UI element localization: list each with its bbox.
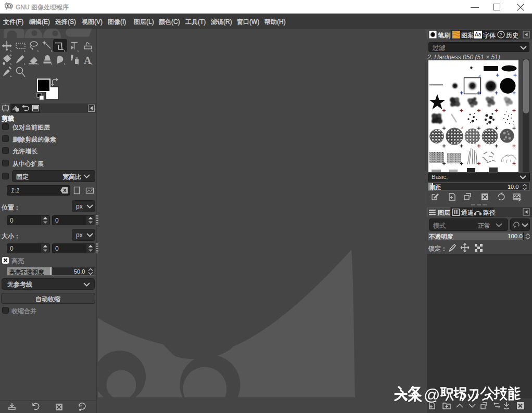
svg-text:Aa: Aa: [475, 32, 482, 37]
svg-text:@: @: [424, 386, 440, 404]
svg-text:?: ?: [500, 32, 502, 37]
svg-text:A: A: [84, 55, 92, 66]
